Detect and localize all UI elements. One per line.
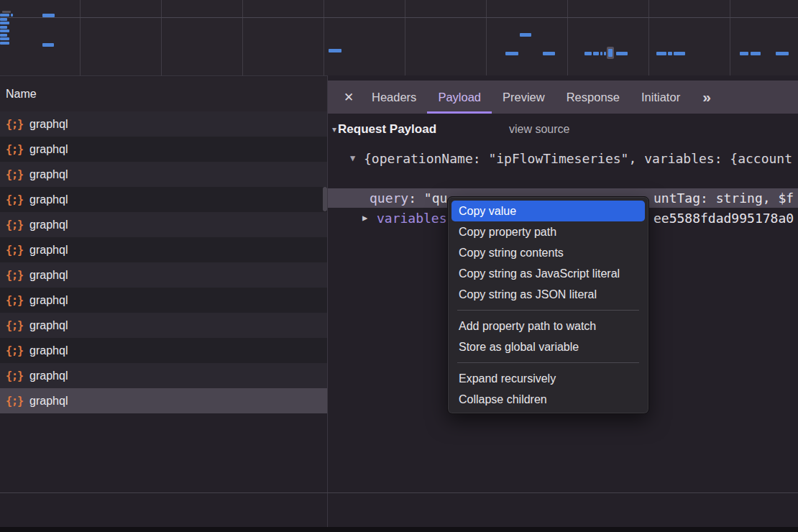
waterfall-bar xyxy=(0,14,9,17)
waterfall-bar xyxy=(616,52,628,55)
overview-gridline xyxy=(161,0,162,75)
menu-item-copy-value[interactable]: Copy value xyxy=(451,201,645,221)
section-collapse-triangle-icon[interactable]: ▾ xyxy=(328,124,338,134)
network-request-row[interactable]: {;}graphql xyxy=(0,338,327,363)
json-doc-icon: {;} xyxy=(0,219,29,231)
panel-split-divider[interactable] xyxy=(327,75,328,532)
network-overview-strip[interactable] xyxy=(0,0,798,76)
more-tabs-icon[interactable]: » xyxy=(695,81,717,114)
network-request-row[interactable]: {;}graphql xyxy=(0,262,327,288)
expand-triangle-icon[interactable]: ▼ xyxy=(350,149,355,168)
network-request-row[interactable]: {;}graphql xyxy=(0,363,327,388)
name-column-label: Name xyxy=(0,88,37,101)
waterfall-bar xyxy=(584,52,592,55)
menu-item-copy-string-as-javascript-literal[interactable]: Copy string as JavaScript literal xyxy=(448,263,648,284)
menu-item-copy-string-contents[interactable]: Copy string contents xyxy=(448,242,648,263)
json-doc-icon: {;} xyxy=(0,193,29,206)
network-request-row[interactable]: {;}graphql xyxy=(0,212,327,237)
request-name-label: graphql xyxy=(29,193,68,206)
json-doc-icon: {;} xyxy=(0,269,29,282)
tab-preview[interactable]: Preview xyxy=(492,81,556,114)
json-doc-icon: {;} xyxy=(0,168,29,181)
overview-gridline xyxy=(648,0,649,75)
selected-request-marker-bar xyxy=(608,49,613,57)
overview-gridline xyxy=(405,0,405,75)
query-row-right-text: untTag: string, $f xyxy=(653,188,794,208)
property-key: variables xyxy=(377,208,447,228)
waterfall-bar xyxy=(740,52,748,55)
waterfall-bar xyxy=(0,26,7,29)
window-bottom-edge xyxy=(0,527,798,532)
overview-gridline xyxy=(567,0,568,75)
waterfall-bar xyxy=(505,52,518,55)
menu-item-copy-string-as-json-literal[interactable]: Copy string as JSON literal xyxy=(448,284,648,305)
request-name-label: graphql xyxy=(29,395,68,408)
overview-gridline xyxy=(324,0,324,75)
waterfall-bar xyxy=(42,14,55,17)
network-request-row[interactable]: {;}graphql xyxy=(0,288,327,313)
tab-response[interactable]: Response xyxy=(556,81,630,114)
network-request-row[interactable]: {;}graphql xyxy=(0,237,327,262)
request-table: Name {;}graphql{;}graphql{;}graphql{;}gr… xyxy=(0,75,327,492)
network-request-row[interactable]: {;}graphql xyxy=(0,313,327,338)
summary-bar-divider xyxy=(0,492,798,493)
waterfall-bar xyxy=(0,42,9,45)
waterfall-bar xyxy=(0,29,9,32)
request-name-label: graphql xyxy=(29,370,68,382)
json-doc-icon: {;} xyxy=(0,143,29,156)
menu-item-collapse-children[interactable]: Collapse children xyxy=(448,389,648,410)
waterfall-bar xyxy=(0,18,7,21)
waterfall-bar xyxy=(604,52,606,55)
tab-payload[interactable]: Payload xyxy=(427,81,492,114)
request-name-label: graphql xyxy=(29,143,68,156)
tab-headers[interactable]: Headers xyxy=(361,81,427,114)
menu-item-add-property-path-to-watch[interactable]: Add property path to watch xyxy=(448,316,648,336)
collapsed-triangle-icon[interactable]: ▶ xyxy=(362,208,367,228)
menu-separator xyxy=(457,310,639,311)
overview-gridline xyxy=(80,0,81,75)
menu-item-store-as-global-variable[interactable]: Store as global variable xyxy=(448,336,648,357)
waterfall-bar xyxy=(593,52,599,55)
waterfall-bar xyxy=(776,52,789,55)
close-icon: ✕ xyxy=(344,90,354,105)
request-rows: {;}graphql{;}graphql{;}graphql{;}graphql… xyxy=(0,111,327,413)
waterfall-bar xyxy=(0,37,9,40)
network-request-row[interactable]: {;}graphql xyxy=(0,162,327,187)
network-request-row[interactable]: {;}graphql xyxy=(0,137,327,162)
request-name-label: graphql xyxy=(29,319,68,332)
waterfall-bar xyxy=(11,14,13,17)
payload-root-preview-row[interactable]: ▼ {operationName: "ipFlowTimeseries", va… xyxy=(328,149,798,168)
waterfall-bar xyxy=(600,52,602,55)
devtools-network-panel: Name {;}graphql{;}graphql{;}graphql{;}gr… xyxy=(0,0,798,532)
menu-item-expand-recursively[interactable]: Expand recursively xyxy=(448,368,648,389)
view-source-link[interactable]: view source xyxy=(509,121,569,138)
json-doc-icon: {;} xyxy=(0,319,29,332)
network-request-row[interactable]: {;}graphql xyxy=(0,187,327,212)
request-name-label: graphql xyxy=(29,219,68,231)
waterfall-bar xyxy=(656,52,666,55)
overview-gridline xyxy=(242,0,243,75)
close-details-button[interactable]: ✕ xyxy=(336,81,361,114)
waterfall-bar xyxy=(520,33,531,37)
payload-preview-text: {operationName: "ipFlowTimeseries", vari… xyxy=(364,149,792,168)
menu-separator xyxy=(457,362,639,363)
query-row-left-text: query: "qu xyxy=(370,188,447,208)
overview-gridline xyxy=(486,0,487,75)
waterfall-bar xyxy=(0,22,9,24)
section-title: Request Payload xyxy=(338,122,436,137)
request-payload-section[interactable]: ▾ Request Payload xyxy=(328,121,436,138)
waterfall-bar xyxy=(42,43,54,47)
waterfall-bar xyxy=(2,11,11,13)
menu-item-copy-property-path[interactable]: Copy property path xyxy=(448,221,648,242)
payload-operationname-row[interactable]: operationName: "ipFlowTimeseries" xyxy=(370,168,674,188)
tab-initiator[interactable]: Initiator xyxy=(630,81,691,114)
name-column-header[interactable]: Name xyxy=(0,77,327,112)
network-request-row[interactable]: {;}graphql xyxy=(0,111,327,137)
request-name-label: graphql xyxy=(29,244,68,257)
selected-request-marker xyxy=(607,47,614,59)
network-request-row[interactable]: {;}graphql xyxy=(0,388,327,413)
json-doc-icon: {;} xyxy=(0,344,29,357)
waterfall-bar xyxy=(668,52,672,55)
waterfall-bar xyxy=(329,49,341,52)
context-menu: Copy valueCopy property pathCopy string … xyxy=(447,196,649,414)
